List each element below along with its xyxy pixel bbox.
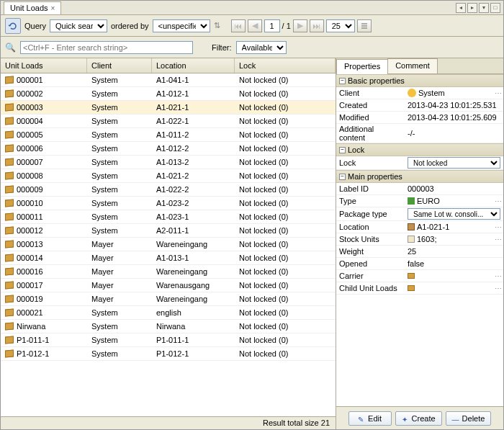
package-icon bbox=[5, 171, 14, 179]
package-select[interactable]: Same Lot w. consoli... bbox=[408, 208, 500, 220]
prop-stock-units: Stock Units1603;⋯ bbox=[336, 233, 503, 246]
prop-weight: Weight25 bbox=[336, 246, 503, 258]
package-icon bbox=[5, 336, 14, 344]
tab-label: Unit Loads bbox=[10, 4, 48, 12]
collapse-icon: − bbox=[339, 78, 346, 84]
list-icon bbox=[360, 22, 369, 30]
table-row[interactable]: 000002SystemA1-012-1Not locked (0) bbox=[1, 87, 336, 101]
prop-additional: Additional content-/- bbox=[336, 124, 503, 143]
package-icon bbox=[5, 254, 14, 261]
delete-icon bbox=[452, 415, 459, 422]
prev-page-button[interactable]: ◀ bbox=[248, 19, 262, 32]
create-icon bbox=[402, 415, 409, 422]
table-row[interactable]: P1-012-1SystemP1-012-1Not locked (0) bbox=[1, 347, 336, 361]
dropdown-button[interactable]: ▾ bbox=[479, 3, 489, 13]
next-page-button[interactable]: ▶ bbox=[293, 19, 307, 32]
table-row[interactable]: NirwanaSystemNirwanaNot locked (0) bbox=[1, 320, 336, 333]
filter-select[interactable]: Available bbox=[236, 41, 287, 54]
table-row[interactable]: 000011SystemA1-023-1Not locked (0) bbox=[1, 210, 336, 224]
lock-select[interactable]: Not locked bbox=[408, 157, 500, 169]
package-icon bbox=[5, 103, 14, 111]
prop-type: TypeEURO⋯ bbox=[336, 195, 503, 207]
nav-prev-button[interactable]: ◂ bbox=[456, 3, 466, 13]
section-basic[interactable]: −Basic properties bbox=[336, 74, 503, 87]
col-location[interactable]: Location bbox=[152, 58, 235, 73]
edit-icon[interactable]: ⋯ bbox=[492, 272, 503, 280]
table-row[interactable]: 000019MayerWareneingangNot locked (0) bbox=[1, 292, 336, 306]
table-row[interactable]: 000003SystemA1-021-1Not locked (0) bbox=[1, 101, 336, 115]
properties-list: −Basic properties ClientSystem⋯ Created2… bbox=[336, 74, 503, 406]
pager: ⏮ ◀ / 1 ▶ ⏭ 25 bbox=[231, 19, 372, 32]
col-unit-loads[interactable]: Unit Loads bbox=[1, 58, 87, 73]
tab-properties[interactable]: Properties bbox=[336, 59, 388, 74]
table-row[interactable]: 000010SystemA1-023-2Not locked (0) bbox=[1, 197, 336, 210]
table-row[interactable]: 000001SystemA1-041-1Not locked (0) bbox=[1, 73, 336, 87]
table-row[interactable]: 000016MayerWareneingangNot locked (0) bbox=[1, 265, 336, 279]
prop-label-id: Label ID000003 bbox=[336, 183, 503, 195]
table-row[interactable]: P1-011-1SystemP1-011-1Not locked (0) bbox=[1, 333, 336, 347]
search-input[interactable] bbox=[20, 41, 193, 54]
tab-unit-loads[interactable]: Unit Loads × bbox=[4, 1, 61, 14]
table-row[interactable]: 000021SystemenglishNot locked (0) bbox=[1, 306, 336, 320]
package-icon bbox=[5, 117, 14, 125]
col-lock[interactable]: Lock bbox=[235, 58, 336, 73]
last-page-button[interactable]: ⏭ bbox=[310, 19, 324, 32]
query-select[interactable]: Quick search bbox=[50, 19, 107, 32]
action-buttons: Edit Create Delete bbox=[336, 406, 503, 429]
section-main[interactable]: −Main properties bbox=[336, 170, 503, 183]
table-row[interactable]: 000008SystemA1-021-2Not locked (0) bbox=[1, 169, 336, 183]
package-icon bbox=[5, 322, 14, 330]
data-grid[interactable]: Unit Loads Client Location Lock 000001Sy… bbox=[1, 58, 336, 416]
prop-location: LocationA1-021-1⋯ bbox=[336, 221, 503, 233]
table-row[interactable]: 000007SystemA1-013-2Not locked (0) bbox=[1, 156, 336, 169]
ordered-select[interactable]: <unspecified> bbox=[153, 19, 210, 32]
package-icon bbox=[5, 185, 14, 193]
create-button[interactable]: Create bbox=[395, 411, 442, 426]
edit-icon[interactable]: ⋯ bbox=[492, 89, 503, 97]
prop-modified: Modified2013-04-23 10:01:25.609 bbox=[336, 112, 503, 124]
delete-button[interactable]: Delete bbox=[446, 411, 492, 426]
grid-panel: Unit Loads Client Location Lock 000001Sy… bbox=[1, 58, 336, 429]
search-icon: 🔍 bbox=[5, 42, 16, 53]
table-row[interactable]: 000004SystemA1-022-1Not locked (0) bbox=[1, 115, 336, 128]
edit-icon[interactable]: ⋯ bbox=[492, 236, 503, 243]
sort-icon[interactable]: ⇅ bbox=[214, 21, 220, 30]
grid-header: Unit Loads Client Location Lock bbox=[1, 58, 336, 73]
table-row[interactable]: 000009SystemA1-022-2Not locked (0) bbox=[1, 183, 336, 197]
close-icon[interactable]: × bbox=[51, 4, 55, 12]
smiley-icon bbox=[408, 89, 416, 97]
section-lock[interactable]: −Lock bbox=[336, 143, 503, 156]
edit-button[interactable]: Edit bbox=[348, 411, 392, 426]
edit-icon[interactable]: ⋯ bbox=[492, 285, 503, 292]
table-row[interactable]: 000013MayerWareneingangNot locked (0) bbox=[1, 238, 336, 251]
page-input[interactable] bbox=[264, 19, 280, 32]
table-row[interactable]: 000006SystemA1-012-2Not locked (0) bbox=[1, 142, 336, 156]
package-icon bbox=[5, 295, 14, 303]
package-icon bbox=[5, 199, 14, 207]
prop-carrier: Carrier⋯ bbox=[336, 270, 503, 282]
edit-icon bbox=[358, 415, 365, 422]
table-row[interactable]: 000014MayerA1-013-1Not locked (0) bbox=[1, 251, 336, 265]
collapse-icon: − bbox=[339, 174, 346, 180]
tab-bar: Unit Loads × ◂ ▸ ▾ □ bbox=[1, 1, 503, 15]
first-page-button[interactable]: ⏮ bbox=[231, 19, 246, 32]
package-icon bbox=[5, 308, 14, 316]
list-view-button[interactable] bbox=[357, 19, 372, 32]
package-icon bbox=[408, 273, 415, 279]
nav-next-button[interactable]: ▸ bbox=[467, 3, 477, 13]
table-row[interactable]: 000005SystemA1-011-2Not locked (0) bbox=[1, 128, 336, 142]
status-bar: Result total size 21 bbox=[1, 416, 336, 429]
col-client[interactable]: Client bbox=[87, 58, 152, 73]
maximize-button[interactable]: □ bbox=[490, 3, 500, 13]
table-row[interactable]: 000012SystemA2-011-1Not locked (0) bbox=[1, 224, 336, 238]
package-icon bbox=[5, 226, 14, 234]
table-row[interactable]: 000017MayerWarenausgangNot locked (0) bbox=[1, 279, 336, 292]
page-size-select[interactable]: 25 bbox=[326, 19, 355, 32]
package-icon bbox=[5, 212, 14, 220]
refresh-button[interactable] bbox=[5, 18, 21, 34]
edit-icon[interactable]: ⋯ bbox=[492, 223, 503, 231]
page-total: 1 bbox=[287, 22, 291, 30]
prop-lock: LockNot locked bbox=[336, 156, 503, 170]
tab-comment[interactable]: Comment bbox=[387, 58, 438, 73]
edit-icon[interactable]: ⋯ bbox=[492, 197, 503, 205]
